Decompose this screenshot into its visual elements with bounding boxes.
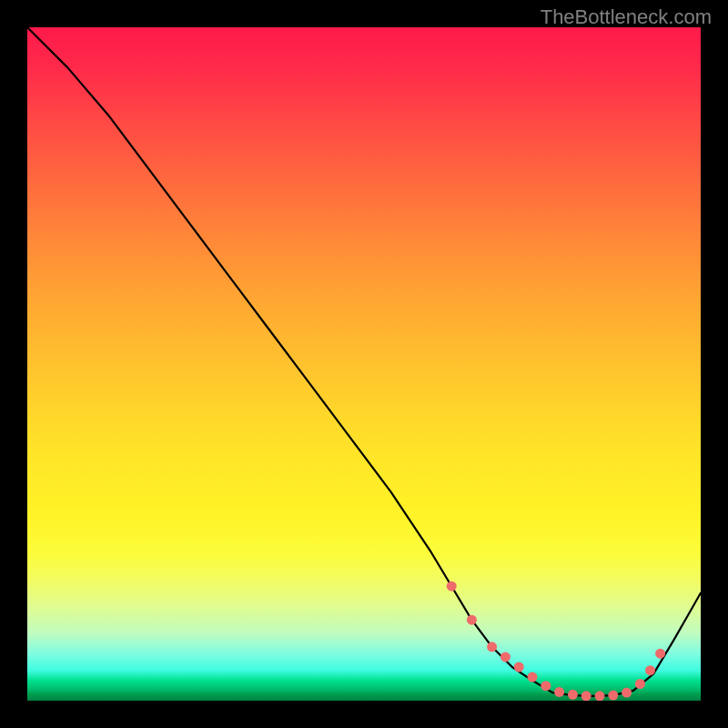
marker-dot — [541, 681, 551, 691]
marker-dot — [568, 690, 578, 700]
marker-dot — [487, 642, 497, 652]
marker-dot — [554, 687, 564, 697]
marker-dot — [595, 691, 605, 701]
marker-dot — [514, 662, 524, 672]
marker-dot — [608, 691, 618, 701]
marker-dot — [581, 691, 592, 701]
marker-dot — [447, 581, 457, 592]
marker-dot — [622, 688, 632, 698]
watermark-text: TheBottleneck.com — [541, 5, 712, 29]
marker-dot — [500, 652, 511, 662]
chart-svg — [27, 27, 701, 701]
marker-dot — [528, 672, 538, 682]
marker-dot — [467, 615, 477, 625]
marker-dot — [655, 649, 665, 659]
marker-dot — [635, 679, 645, 689]
plot-area — [27, 27, 701, 701]
marker-group — [447, 581, 665, 701]
curve-line — [27, 27, 701, 696]
marker-dot — [645, 665, 655, 675]
